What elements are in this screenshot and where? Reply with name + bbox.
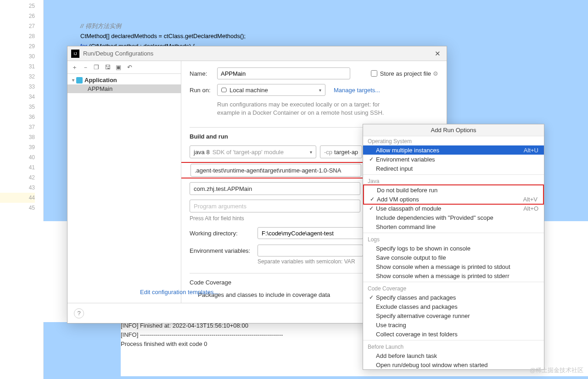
config-tree[interactable]: ▾ Application APPMain — [67, 74, 181, 303]
menu-group-os: Operating System — [363, 136, 544, 145]
tree-node-application[interactable]: ▾ Application — [67, 76, 181, 84]
menu-item-cc1[interactable]: ✓Specify classes and packages — [363, 293, 544, 302]
menu-item-vm-options[interactable]: ✓Add VM optionsAlt+V — [364, 195, 543, 204]
line-gutter: 2526272829303132333435363738394041424344… — [0, 0, 44, 379]
env-label: Environment variables: — [190, 247, 258, 254]
code-comment: // 得到方法实例 — [80, 22, 121, 29]
menu-item-log4[interactable]: Show console when a message is printed t… — [363, 271, 544, 280]
menu-group-logs: Logs — [363, 234, 544, 244]
menu-item-redirect[interactable]: Redirect input — [363, 164, 544, 173]
program-args-input[interactable]: Program arguments — [190, 200, 360, 212]
java-options-highlight: Do not build before run ✓Add VM optionsA… — [363, 184, 544, 205]
manage-targets-link[interactable]: Manage targets... — [334, 87, 380, 94]
menu-item-bl2[interactable]: Open run/debug tool window when started — [363, 360, 544, 369]
chevron-down-icon: ▾ — [72, 78, 74, 83]
close-icon[interactable]: ✕ — [432, 48, 443, 59]
menu-item-cc4[interactable]: Use tracing — [363, 320, 544, 329]
menu-item-cc2[interactable]: Exclude classes and packages — [363, 302, 544, 311]
folder-icon[interactable]: ▣ — [114, 63, 123, 72]
menu-item-env[interactable]: ✓Environment variables — [363, 155, 544, 164]
main-class-input[interactable]: com.zhj.test.APPMain — [190, 182, 360, 195]
menu-item-log3[interactable]: Show console when a message is printed t… — [363, 262, 544, 271]
tree-node-appmain[interactable]: APPMain — [67, 84, 181, 93]
store-checkbox[interactable]: Store as project file — [371, 70, 431, 77]
runon-hint: Run configurations may be executed local… — [190, 100, 438, 117]
menu-item-classpath[interactable]: ✓Use classpath of moduleAlt+O — [363, 204, 544, 213]
env-input[interactable] — [258, 245, 363, 256]
menu-group-cc: Code Coverage — [363, 284, 544, 293]
menu-item-allow-multi[interactable]: Allow multiple instancesAlt+U — [363, 145, 544, 155]
menu-item-log2[interactable]: Save console output to file — [363, 253, 544, 262]
remove-icon[interactable]: － — [81, 63, 90, 72]
working-dir-input[interactable] — [258, 227, 363, 239]
menu-group-bl: Before Launch — [363, 342, 544, 351]
menu-item-bl1[interactable]: Add before launch task — [363, 351, 544, 360]
name-label: Name: — [190, 70, 217, 77]
menu-item-cc5[interactable]: Collect coverage in test folders — [363, 329, 544, 339]
add-run-options-menu: Add Run Options Operating System Allow m… — [363, 124, 544, 370]
sdk-select[interactable]: java 8SDK of 'target-app' module — [190, 145, 316, 158]
menu-title: Add Run Options — [363, 124, 544, 136]
name-input[interactable] — [217, 67, 350, 79]
copy-icon[interactable]: ❐ — [92, 63, 101, 72]
classpath-input[interactable]: -cptarget-ap — [320, 145, 362, 158]
add-icon[interactable]: ＋ — [70, 63, 78, 72]
gear-icon[interactable]: ⚙ — [433, 70, 438, 77]
working-dir-label: Working directory: — [190, 230, 258, 237]
menu-item-no-build[interactable]: Do not build before run — [364, 185, 543, 195]
application-icon — [76, 77, 83, 84]
vm-options-input[interactable]: .agent-test\runtime-agent\target\runtime… — [190, 164, 361, 177]
ij-icon: IJ — [71, 50, 79, 58]
tree-toolbar: ＋ － ❐ 🖫 ▣ ↶ — [67, 61, 181, 74]
config-tree-panel: ＋ － ❐ 🖫 ▣ ↶ ▾ Application APPMain — [67, 61, 181, 303]
runon-label: Run on: — [190, 87, 217, 94]
menu-group-java: Java — [363, 176, 544, 185]
menu-item-provided[interactable]: Include dependencies with "Provided" sco… — [363, 213, 544, 222]
runon-select[interactable]: 🖵 Local machine — [217, 84, 325, 96]
help-icon[interactable]: ? — [74, 308, 84, 318]
revert-icon[interactable]: ↶ — [125, 63, 134, 72]
menu-item-shorten[interactable]: Shorten command line — [363, 222, 544, 231]
watermark: @稀土掘金技术社区 — [530, 366, 583, 374]
dialog-title: Run/Debug Configurations — [83, 50, 432, 57]
dialog-titlebar: IJ Run/Debug Configurations ✕ — [67, 46, 447, 61]
menu-item-log1[interactable]: Specify logs to be shown in console — [363, 244, 544, 253]
menu-item-cc3[interactable]: Specify alternative coverage runner — [363, 311, 544, 320]
edit-templates-link[interactable]: Edit configuration templates... — [140, 289, 218, 295]
save-icon[interactable]: 🖫 — [103, 63, 112, 72]
